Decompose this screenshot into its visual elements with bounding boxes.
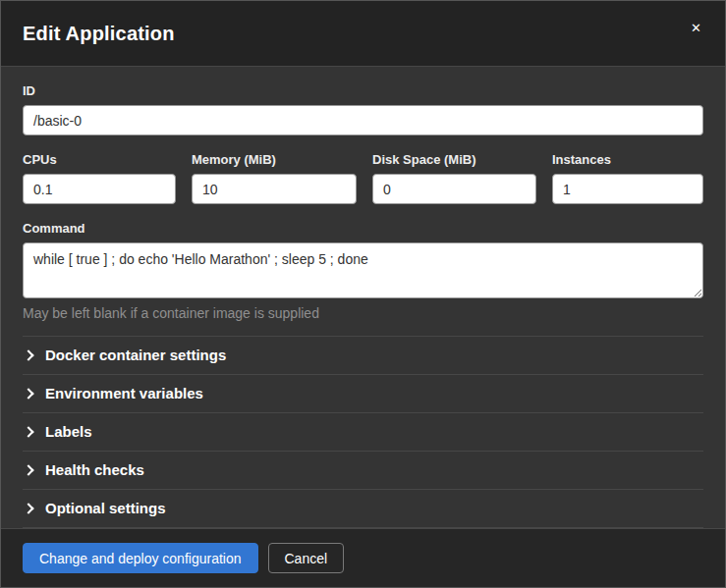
instances-field-group: Instances [552, 152, 703, 204]
section-label: Optional settings [45, 500, 166, 516]
chevron-right-icon [23, 503, 33, 513]
command-label: Command [23, 221, 703, 236]
disk-input[interactable] [372, 174, 536, 204]
modal-body: ID CPUs Memory (MiB) Disk Space (MiB) In… [1, 67, 725, 528]
section-label: Health checks [45, 461, 144, 478]
modal-title: Edit Application [23, 23, 175, 45]
chevron-right-icon [23, 426, 33, 437]
section-environment-variables[interactable]: Environment variables [23, 375, 703, 413]
id-label: ID [23, 83, 703, 98]
resources-row: CPUs Memory (MiB) Disk Space (MiB) Insta… [23, 152, 703, 204]
command-help-text: May be left blank if a container image i… [23, 305, 703, 321]
memory-label: Memory (MiB) [192, 152, 357, 167]
section-label: Labels [45, 423, 92, 440]
command-field-group: Command while [ true ] ; do echo 'Hello … [23, 221, 703, 321]
section-docker-container-settings[interactable]: Docker container settings [23, 337, 703, 375]
section-labels[interactable]: Labels [23, 413, 703, 452]
cpus-field-group: CPUs [23, 152, 176, 204]
memory-input[interactable] [192, 174, 357, 204]
section-label: Docker container settings [45, 347, 226, 363]
collapsible-sections: Docker container settings Environment va… [23, 336, 703, 528]
cancel-button[interactable]: Cancel [268, 543, 345, 573]
instances-input[interactable] [552, 174, 703, 204]
chevron-right-icon [23, 388, 33, 399]
id-field-group: ID [23, 83, 703, 135]
chevron-right-icon [23, 349, 33, 360]
id-input[interactable] [23, 105, 703, 135]
modal-footer: Change and deploy configuration Cancel [1, 528, 725, 587]
edit-application-modal: Edit Application ✕ ID CPUs Memory (MiB) … [0, 0, 726, 588]
change-and-deploy-button[interactable]: Change and deploy configuration [23, 543, 258, 573]
cpus-input[interactable] [23, 174, 176, 204]
disk-field-group: Disk Space (MiB) [372, 152, 536, 204]
chevron-right-icon [23, 464, 33, 475]
memory-field-group: Memory (MiB) [192, 152, 357, 204]
section-label: Environment variables [45, 385, 203, 401]
instances-label: Instances [552, 152, 703, 167]
command-textarea[interactable]: while [ true ] ; do echo 'Hello Marathon… [23, 242, 703, 298]
cpus-label: CPUs [23, 152, 176, 167]
section-optional-settings[interactable]: Optional settings [23, 490, 703, 528]
modal-header: Edit Application ✕ [1, 1, 725, 67]
section-health-checks[interactable]: Health checks [23, 452, 703, 490]
disk-label: Disk Space (MiB) [372, 152, 536, 167]
close-icon[interactable]: ✕ [687, 18, 705, 38]
